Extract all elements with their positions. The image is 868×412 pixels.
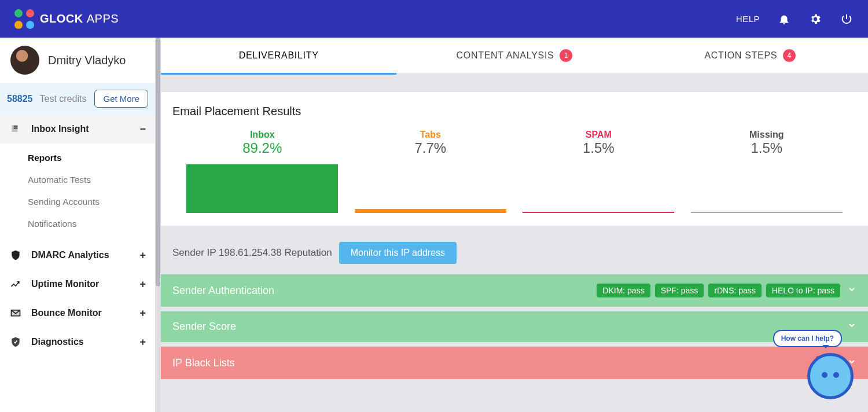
scroll-indicator[interactable] <box>155 38 161 412</box>
tab-action-steps[interactable]: ACTION STEPS 4 <box>632 38 868 75</box>
profile-name: Dmitry Vladyko <box>48 54 126 67</box>
expand-icon: + <box>139 278 146 290</box>
tab-deliverability[interactable]: DELIVERABILITY <box>161 38 396 75</box>
check-shield-icon <box>9 336 22 348</box>
chart-bar-wrap <box>523 159 674 213</box>
status-badge: HELO to IP: pass <box>766 284 840 297</box>
main-content: DELIVERABILITY CONTENT ANALYSIS 1 ACTION… <box>161 38 868 412</box>
card-title: Email Placement Results <box>172 105 856 118</box>
ip-reputation-row: Sender IP 198.61.254.38 Reputation Monit… <box>161 226 868 270</box>
get-more-button[interactable]: Get More <box>94 90 148 108</box>
chart-bar <box>186 164 338 213</box>
chevron-down-icon <box>847 321 856 333</box>
tab-badge: 1 <box>560 49 572 62</box>
sidebar-group-label: Bounce Monitor <box>31 308 102 318</box>
expand-icon: + <box>139 249 146 262</box>
accordion-title: Sender Authentication <box>172 285 274 297</box>
sidebar-item-sending-accounts[interactable]: Sending Accounts <box>0 191 155 213</box>
chevron-down-icon <box>847 285 856 297</box>
help-speech-bubble: How can I help? <box>773 330 842 347</box>
placement-results-card: Email Placement Results Inbox89.2%Tabs7.… <box>161 92 868 226</box>
ip-label: Sender IP 198.61.254.38 Reputation <box>172 247 332 259</box>
sidebar-group-bounce[interactable]: Bounce Monitor + <box>0 299 155 328</box>
power-icon[interactable] <box>840 12 854 26</box>
sidebar-group-label: DMARC Analytics <box>31 250 109 260</box>
chart-col-spam: SPAM1.5% <box>523 130 674 213</box>
chart-category-label: Missing <box>749 130 784 140</box>
status-badge: rDNS: pass <box>708 284 762 297</box>
profile-block[interactable]: Dmitry Vladyko <box>0 38 155 83</box>
chart-value: 7.7% <box>414 140 446 156</box>
chart-bar-wrap <box>186 159 338 213</box>
monitor-ip-button[interactable]: Monitor this IP address <box>339 242 457 264</box>
gear-icon[interactable] <box>808 12 822 26</box>
tabs: DELIVERABILITY CONTENT ANALYSIS 1 ACTION… <box>161 38 868 75</box>
accordion-badges: DKIM: passSPF: passrDNS: passHELO to IP:… <box>597 284 840 297</box>
chart-value: 1.5% <box>583 140 615 156</box>
trending-icon <box>9 278 22 290</box>
tab-label: DELIVERABILITY <box>239 50 319 61</box>
accordion-title: IP Black Lists <box>172 357 235 369</box>
app-header: GLOCK APPS HELP <box>0 0 868 38</box>
brand-logo[interactable]: GLOCK APPS <box>14 9 119 29</box>
chart-bar <box>355 209 506 213</box>
chatbot-face-icon <box>807 353 854 399</box>
credits-label: Test credits <box>40 94 87 104</box>
sidebar-item-automatic-tests[interactable]: Automatic Tests <box>0 169 155 191</box>
tab-label: ACTION STEPS <box>704 50 777 61</box>
sidebar-subnav-inbox: Reports Automatic Tests Sending Accounts… <box>0 144 155 241</box>
accordion-sender-score[interactable]: Sender Score <box>161 311 868 342</box>
accordion-ip-black-lists[interactable]: IP Black ListsList <box>161 347 868 379</box>
chart-category-label: Inbox <box>250 130 275 140</box>
mail-icon <box>9 307 22 319</box>
chart-bar-wrap <box>355 159 506 213</box>
help-link[interactable]: HELP <box>736 14 760 24</box>
sidebar-item-reports[interactable]: Reports <box>0 147 155 169</box>
chart-bar <box>691 212 843 213</box>
credits-bar: 58825 Test credits Get More <box>0 83 155 115</box>
chart-bar <box>523 212 674 213</box>
accordion-sender-authentication[interactable]: Sender AuthenticationDKIM: passSPF: pass… <box>161 274 868 307</box>
sidebar-group-dmarc[interactable]: DMARC Analytics + <box>0 241 155 270</box>
sidebar-group-label: Uptime Monitor <box>31 279 99 289</box>
sidebar-group-label: Diagnostics <box>31 337 84 347</box>
bell-icon[interactable] <box>777 12 791 26</box>
tab-badge: 4 <box>783 49 796 62</box>
accordion-title: Sender Score <box>172 321 236 333</box>
chart-col-missing: Missing1.5% <box>691 130 843 213</box>
avatar <box>10 46 39 75</box>
chart-col-inbox: Inbox89.2% <box>186 130 338 213</box>
chart-category-label: SPAM <box>586 130 612 140</box>
sidebar-group-inbox-insight[interactable]: Inbox Insight − <box>0 115 155 144</box>
chart-col-tabs: Tabs7.7% <box>355 130 506 213</box>
shield-icon <box>9 249 22 262</box>
placement-chart: Inbox89.2%Tabs7.7%SPAM1.5%Missing1.5% <box>172 124 856 213</box>
logo-icon <box>14 9 34 29</box>
chart-bar-wrap <box>691 159 843 213</box>
status-badge: SPF: pass <box>655 284 704 297</box>
sidebar-group-uptime[interactable]: Uptime Monitor + <box>0 270 155 299</box>
expand-icon: + <box>139 336 146 348</box>
tab-label: CONTENT ANALYSIS <box>457 50 554 61</box>
sidebar: Dmitry Vladyko 58825 Test credits Get Mo… <box>0 38 155 412</box>
tab-content-analysis[interactable]: CONTENT ANALYSIS 1 <box>396 38 632 75</box>
chart-value: 89.2% <box>242 140 282 156</box>
brand-name: GLOCK APPS <box>40 12 119 25</box>
collapse-icon: − <box>139 123 146 135</box>
status-badge: DKIM: pass <box>597 284 650 297</box>
sidebar-group-label: Inbox Insight <box>31 124 89 134</box>
sidebar-item-notifications[interactable]: Notifications <box>0 213 155 235</box>
help-widget[interactable]: How can I help? <box>801 353 854 405</box>
chart-category-label: Tabs <box>420 130 441 140</box>
sidebar-group-diagnostics[interactable]: Diagnostics + <box>0 328 155 356</box>
expand-icon: + <box>139 307 146 319</box>
chart-value: 1.5% <box>751 140 782 156</box>
credits-count: 58825 <box>7 94 33 104</box>
inbox-icon <box>9 123 22 135</box>
